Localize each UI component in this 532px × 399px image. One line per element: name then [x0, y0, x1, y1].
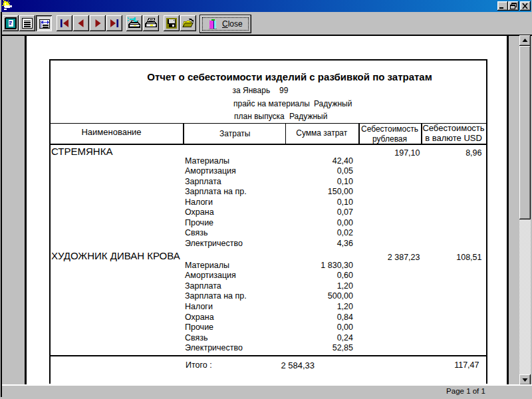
expense-value: 1,20: [337, 303, 353, 311]
group-cost-rub: 197,10: [394, 149, 420, 158]
total-sum: 2 584,33: [281, 361, 315, 370]
expense-label: Материалы: [185, 261, 229, 270]
total-label: Итого :: [186, 361, 212, 370]
expense-label: Материалы: [185, 157, 229, 166]
report-rule: [49, 59, 487, 61]
group-cost-usd: 108,51: [456, 253, 481, 262]
scroll-down-icon: [519, 374, 531, 385]
expense-value: 0,00: [337, 323, 353, 332]
group-name: ХУДОЖНИК ДИВАН КРОВА: [51, 251, 180, 261]
report-title: Отчет о себестоимости изделий с разбивко…: [147, 72, 432, 82]
expense-label: Амортизация: [185, 271, 236, 280]
expense-value: 0,05: [337, 167, 353, 176]
report-content: Отчет о себестоимости изделий с разбивко…: [0, 0, 532, 399]
expense-label: Зарплата: [185, 282, 221, 291]
column-header: Затраты: [219, 130, 250, 138]
scroll-up-icon: [519, 35, 531, 46]
column-header: Сумма затрат: [296, 129, 347, 137]
expense-value: 0,10: [337, 198, 353, 207]
expense-label: Электричество: [185, 239, 243, 248]
total-usd: 117,47: [454, 361, 479, 370]
column-header: Себестоимость: [422, 124, 484, 132]
expense-label: Зарплата: [185, 178, 221, 186]
expense-value: 0,07: [337, 208, 353, 217]
expense-value: 0,60: [337, 271, 353, 280]
vertical-scrollbar[interactable]: [519, 35, 531, 385]
report-subtitle-value: 99: [279, 86, 288, 94]
expense-value: 0,10: [337, 178, 353, 186]
expense-label: Амортизация: [185, 167, 236, 176]
expense-label: Налоги: [185, 198, 213, 207]
expense-value: 52,85: [332, 344, 353, 352]
report-rule: [49, 144, 487, 145]
expense-value: 150,00: [328, 188, 353, 196]
column-header: рублевая: [372, 135, 407, 143]
report-rule: [49, 59, 51, 384]
expense-label: Связь: [185, 334, 208, 342]
report-subtitle-label: за Январь: [233, 86, 271, 94]
expense-label: Связь: [185, 229, 208, 237]
expense-value: 4,36: [337, 239, 353, 248]
preview-window: { "window": { "title": "", "icon": "sun-…: [0, 0, 532, 399]
expense-label: Прочие: [185, 219, 213, 227]
page-indicator: Page 1 of 1: [430, 387, 501, 395]
expense-value: 1,20: [337, 282, 353, 291]
report-subtitle-value: Радужный: [314, 100, 352, 108]
report-rule: [183, 123, 184, 144]
expense-value: 500,00: [328, 292, 353, 301]
report-rule: [486, 59, 487, 384]
scroll-down-button[interactable]: [519, 374, 531, 385]
expense-label: Налоги: [185, 303, 213, 311]
expense-label: Зарплата на пр.: [185, 188, 247, 196]
column-header: Себестоимость: [361, 125, 418, 133]
expense-label: Охрана: [185, 208, 214, 217]
expense-label: Охрана: [185, 313, 214, 322]
expense-label: Зарплата на пр.: [185, 292, 247, 301]
expense-value: 42,40: [332, 157, 353, 166]
column-header: в валюте USD: [425, 134, 482, 142]
report-rule: [49, 355, 487, 356]
group-cost-usd: 8,96: [466, 149, 481, 158]
report-subtitle-label: прайс на материалы: [233, 100, 310, 108]
group-cost-rub: 2 387,23: [388, 253, 420, 262]
report-rule: [421, 123, 422, 144]
group-name: СТРЕМЯНКА: [51, 146, 112, 156]
expense-label: Электричество: [185, 344, 243, 352]
expense-value: 0,84: [337, 313, 353, 322]
expense-value: 0,02: [337, 229, 353, 237]
expense-value: 0,00: [337, 219, 353, 227]
report-subtitle-value: Радужный: [289, 112, 327, 120]
report-rule: [285, 123, 287, 144]
report-rule: [358, 123, 360, 144]
expense-value: 0,24: [337, 334, 353, 342]
status-bar: Page 1 of 1: [2, 386, 532, 398]
column-header: Наименование: [81, 128, 141, 136]
scroll-up-button[interactable]: [519, 35, 531, 46]
scrollbar-thumb[interactable]: [519, 46, 531, 219]
report-subtitle-label: план выпуска: [234, 112, 285, 120]
expense-label: Прочие: [185, 323, 213, 332]
expense-value: 1 830,30: [321, 261, 353, 270]
